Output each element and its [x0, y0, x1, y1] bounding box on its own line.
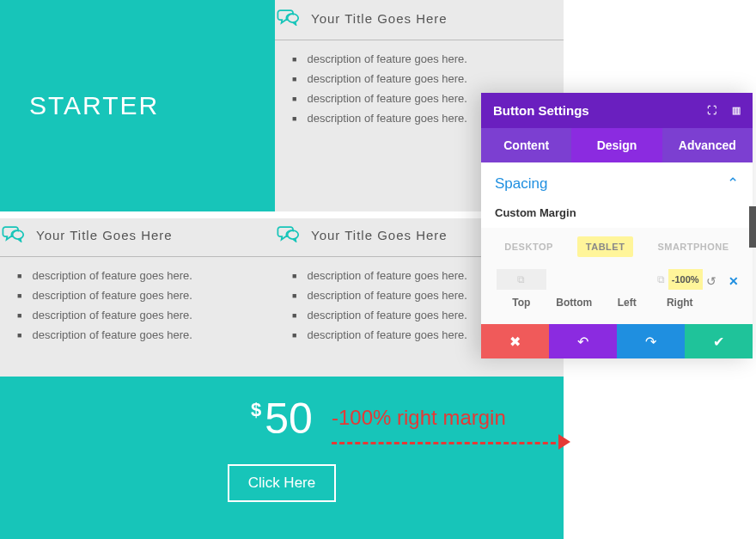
cta-button[interactable]: Click Here: [228, 464, 336, 502]
card-title: Your Title Goes Here: [311, 228, 448, 242]
chevron-up-icon: ⌃: [727, 175, 739, 193]
margin-top-label: Top: [495, 297, 548, 309]
device-desktop[interactable]: DESKTOP: [496, 236, 561, 257]
card-title: Your Title Goes Here: [36, 228, 173, 242]
list-item: description of feature goes here.: [12, 289, 263, 302]
subhead-custom-margin: Custom Margin: [495, 206, 739, 219]
annotation-arrow-head: [558, 434, 570, 450]
tab-advanced[interactable]: Advanced: [662, 128, 753, 162]
annotation-label: -100% right margin: [332, 406, 506, 430]
confirm-button[interactable]: ✔: [685, 324, 753, 358]
device-tabs: DESKTOP TABLET SMARTPHONE ⧉ Top Bottom: [481, 228, 753, 324]
grid-icon[interactable]: ▥: [732, 105, 741, 116]
settings-panel: Button Settings ⛶ ▥ Content Design Advan…: [481, 93, 753, 358]
plan-footer: $ 50 Click Here: [0, 377, 564, 539]
clear-icon[interactable]: ✕: [729, 274, 739, 288]
reset-icon[interactable]: ↺: [706, 274, 716, 288]
currency-symbol: $: [251, 399, 261, 421]
panel-header[interactable]: Button Settings ⛶ ▥: [481, 93, 753, 128]
list-item: description of feature goes here.: [12, 269, 263, 282]
cancel-button[interactable]: ✖: [481, 324, 549, 358]
margin-top-input[interactable]: ⧉: [497, 269, 546, 290]
feature-list: description of feature goes here. descri…: [0, 269, 275, 364]
expand-icon[interactable]: ⛶: [707, 105, 716, 116]
svg-point-2: [288, 230, 299, 239]
device-tablet[interactable]: TABLET: [577, 236, 634, 257]
margin-bottom-input[interactable]: [549, 269, 599, 290]
side-handle[interactable]: [749, 206, 756, 248]
chat-icon: [277, 224, 301, 246]
panel-tabs: Content Design Advanced: [481, 128, 753, 162]
tab-design[interactable]: Design: [571, 128, 662, 162]
margin-bottom-label: Bottom: [548, 297, 601, 309]
feature-card-b: Your Title Goes Here description of feat…: [0, 218, 275, 377]
chat-icon: [2, 224, 26, 246]
plan-name: STARTER: [29, 91, 159, 120]
chat-icon: [277, 7, 301, 29]
margin-left-label: Left: [601, 297, 654, 309]
link-icon: ⧉: [657, 273, 665, 285]
price-amount: 50: [265, 394, 313, 444]
margin-right-input[interactable]: -100%: [668, 269, 703, 290]
margin-inputs: ⧉ Top Bottom Left ⧉ -100%: [488, 257, 746, 324]
section-spacing[interactable]: Spacing ⌃: [495, 175, 739, 193]
device-smartphone[interactable]: SMARTPHONE: [649, 236, 737, 257]
list-item: description of feature goes here.: [12, 328, 263, 341]
list-item: description of feature goes here.: [12, 309, 263, 322]
undo-button[interactable]: ↶: [549, 324, 617, 358]
divider: [0, 256, 275, 257]
card-title: Your Title Goes Here: [311, 11, 448, 26]
margin-left-input[interactable]: [602, 269, 652, 290]
divider: [275, 40, 564, 40]
page-canvas: STARTER Your Title Goes Here description…: [0, 0, 756, 539]
margin-right-label: Right: [654, 297, 707, 309]
panel-title: Button Settings: [493, 103, 589, 118]
redo-button[interactable]: ↷: [617, 324, 685, 358]
panel-footer: ✖ ↶ ↷ ✔: [481, 324, 753, 358]
list-item: description of feature goes here.: [287, 72, 552, 85]
svg-point-0: [288, 14, 299, 22]
tab-content[interactable]: Content: [481, 128, 571, 162]
svg-point-1: [13, 230, 24, 239]
annotation-arrow-line: [332, 442, 564, 444]
list-item: description of feature goes here.: [287, 52, 552, 65]
plan-header: STARTER: [0, 0, 275, 211]
link-icon: ⧉: [517, 273, 525, 285]
section-label: Spacing: [495, 175, 547, 193]
